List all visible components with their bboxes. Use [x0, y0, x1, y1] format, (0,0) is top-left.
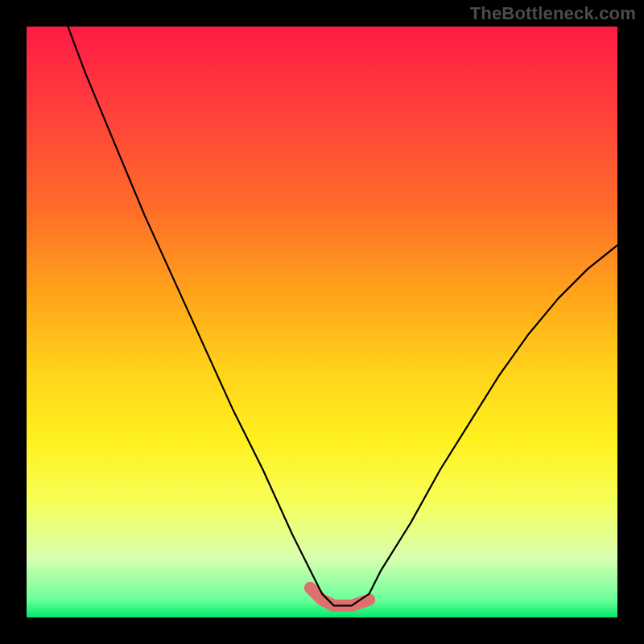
plot-area — [27, 27, 617, 617]
curve-line — [68, 27, 617, 605]
watermark-text: TheBottleneck.com — [470, 3, 636, 24]
highlight-band — [310, 588, 369, 605]
chart-svg — [27, 27, 617, 617]
chart-frame: TheBottleneck.com — [0, 0, 644, 644]
